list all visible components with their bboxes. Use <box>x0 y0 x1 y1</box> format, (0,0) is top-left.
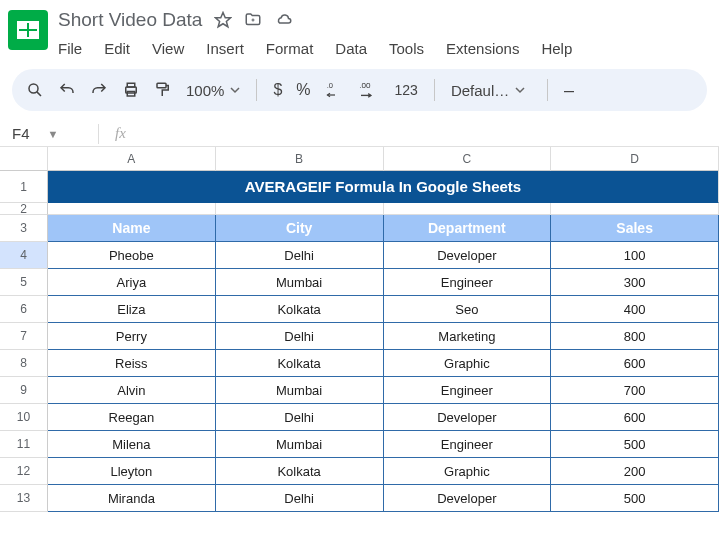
data-cell[interactable]: Mumbai <box>216 377 384 404</box>
column-header-c[interactable]: C <box>384 147 552 171</box>
data-cell[interactable]: Delhi <box>216 485 384 512</box>
cloud-icon[interactable] <box>274 11 294 29</box>
star-icon[interactable] <box>214 11 232 29</box>
data-cell[interactable]: Perry <box>48 323 216 350</box>
header-cell[interactable]: Sales <box>551 215 719 242</box>
data-cell[interactable]: Seo <box>384 296 552 323</box>
menu-insert[interactable]: Insert <box>196 38 254 59</box>
cell[interactable] <box>384 203 552 215</box>
menu-view[interactable]: View <box>142 38 194 59</box>
chevron-down-icon <box>515 85 525 95</box>
data-cell[interactable]: Lleyton <box>48 458 216 485</box>
row-header[interactable]: 9 <box>0 377 48 404</box>
data-cell[interactable]: Mumbai <box>216 269 384 296</box>
data-cell[interactable]: Pheobe <box>48 242 216 269</box>
decrease-font-button[interactable]: – <box>564 80 574 101</box>
header-cell[interactable]: Department <box>384 215 552 242</box>
data-cell[interactable]: Alvin <box>48 377 216 404</box>
data-cell[interactable]: Engineer <box>384 431 552 458</box>
menu-tools[interactable]: Tools <box>379 38 434 59</box>
menu-extensions[interactable]: Extensions <box>436 38 529 59</box>
undo-icon[interactable] <box>58 81 76 99</box>
column-header-a[interactable]: A <box>48 147 216 171</box>
data-cell[interactable]: Reiss <box>48 350 216 377</box>
header-cell[interactable]: City <box>216 215 384 242</box>
cell[interactable] <box>551 203 719 215</box>
data-cell[interactable]: 600 <box>551 404 719 431</box>
row-header[interactable]: 5 <box>0 269 48 296</box>
row-header[interactable]: 4 <box>0 242 48 269</box>
data-cell[interactable]: 700 <box>551 377 719 404</box>
row-header[interactable]: 13 <box>0 485 48 512</box>
data-cell[interactable]: Developer <box>384 404 552 431</box>
data-cell[interactable]: 400 <box>551 296 719 323</box>
data-cell[interactable]: Kolkata <box>216 458 384 485</box>
row-header[interactable]: 7 <box>0 323 48 350</box>
number-format-button[interactable]: 123 <box>395 82 418 98</box>
data-cell[interactable]: Engineer <box>384 269 552 296</box>
column-header-b[interactable]: B <box>216 147 384 171</box>
decrease-decimal-icon[interactable]: .0 <box>325 81 345 99</box>
data-cell[interactable]: Mumbai <box>216 431 384 458</box>
increase-decimal-icon[interactable]: .00 <box>359 81 381 99</box>
data-cell[interactable]: 500 <box>551 485 719 512</box>
data-cell[interactable]: Developer <box>384 242 552 269</box>
data-cell[interactable]: Milena <box>48 431 216 458</box>
svg-point-1 <box>29 84 38 93</box>
column-header-d[interactable]: D <box>551 147 719 171</box>
search-icon[interactable] <box>26 81 44 99</box>
percent-button[interactable]: % <box>296 81 310 99</box>
data-cell[interactable]: Kolkata <box>216 350 384 377</box>
document-title[interactable]: Short Video Data <box>58 9 202 31</box>
chevron-down-icon: ▼ <box>48 128 59 140</box>
svg-text:.00: .00 <box>359 81 371 90</box>
data-cell[interactable]: Reegan <box>48 404 216 431</box>
zoom-dropdown[interactable]: 100% <box>186 82 240 99</box>
menu-format[interactable]: Format <box>256 38 324 59</box>
row-header[interactable]: 3 <box>0 215 48 242</box>
move-icon[interactable] <box>244 11 262 29</box>
data-cell[interactable]: Eliza <box>48 296 216 323</box>
menu-help[interactable]: Help <box>531 38 582 59</box>
paint-format-icon[interactable] <box>154 81 172 99</box>
select-all-corner[interactable] <box>0 147 48 171</box>
row-header[interactable]: 2 <box>0 203 48 215</box>
row-header[interactable]: 6 <box>0 296 48 323</box>
data-cell[interactable]: 200 <box>551 458 719 485</box>
print-icon[interactable] <box>122 81 140 99</box>
row-header[interactable]: 8 <box>0 350 48 377</box>
sheets-logo[interactable] <box>8 10 48 50</box>
data-cell[interactable]: Delhi <box>216 242 384 269</box>
data-cell[interactable]: 100 <box>551 242 719 269</box>
cell[interactable] <box>48 203 216 215</box>
data-cell[interactable]: 600 <box>551 350 719 377</box>
data-cell[interactable]: Kolkata <box>216 296 384 323</box>
data-cell[interactable]: Miranda <box>48 485 216 512</box>
name-box[interactable]: F4 ▼ <box>12 125 82 142</box>
data-cell[interactable]: 500 <box>551 431 719 458</box>
menu-file[interactable]: File <box>58 38 92 59</box>
data-cell[interactable]: Ariya <box>48 269 216 296</box>
font-dropdown[interactable]: Defaul… <box>451 82 531 99</box>
data-cell[interactable]: Graphic <box>384 350 552 377</box>
cell[interactable] <box>216 203 384 215</box>
data-cell[interactable]: Graphic <box>384 458 552 485</box>
data-cell[interactable]: 800 <box>551 323 719 350</box>
header-cell[interactable]: Name <box>48 215 216 242</box>
data-cell[interactable]: Delhi <box>216 323 384 350</box>
row-header[interactable]: 10 <box>0 404 48 431</box>
data-cell[interactable]: Developer <box>384 485 552 512</box>
menu-data[interactable]: Data <box>325 38 377 59</box>
currency-button[interactable]: $ <box>273 81 282 99</box>
data-cell[interactable]: 300 <box>551 269 719 296</box>
data-cell[interactable]: Delhi <box>216 404 384 431</box>
row-header[interactable]: 12 <box>0 458 48 485</box>
redo-icon[interactable] <box>90 81 108 99</box>
row-header[interactable]: 1 <box>0 171 48 203</box>
row-header[interactable]: 11 <box>0 431 48 458</box>
data-cell[interactable]: Marketing <box>384 323 552 350</box>
formula-input[interactable] <box>142 126 719 142</box>
data-cell[interactable]: Engineer <box>384 377 552 404</box>
banner-cell[interactable]: AVERAGEIF Formula In Google Sheets <box>48 171 719 203</box>
menu-edit[interactable]: Edit <box>94 38 140 59</box>
